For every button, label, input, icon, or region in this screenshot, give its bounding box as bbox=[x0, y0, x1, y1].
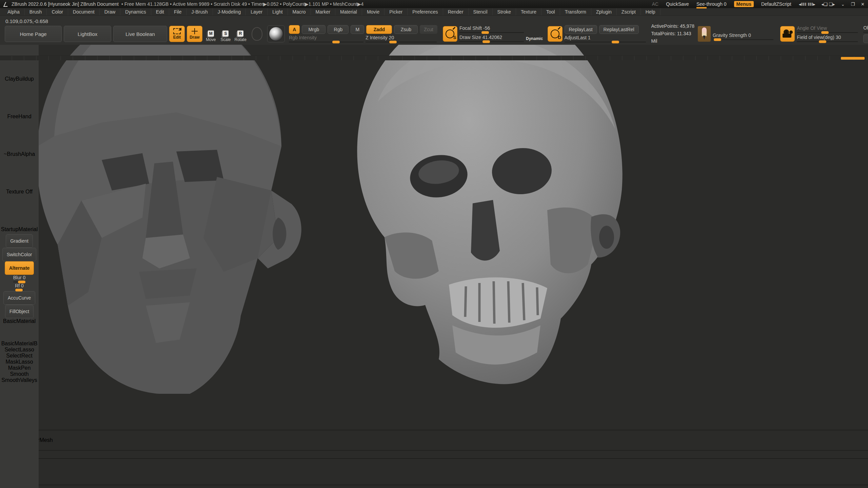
deep-shadow-button[interactable]: DeepShadow bbox=[863, 34, 868, 43]
draw-size-slider[interactable]: Draw Size 41.42062 bbox=[459, 35, 524, 43]
menu-item[interactable]: Stencil bbox=[469, 8, 493, 15]
rf-slider[interactable]: Rf 0 bbox=[15, 283, 24, 291]
menu-item[interactable]: Tool bbox=[541, 8, 560, 15]
m-button[interactable]: M bbox=[351, 25, 364, 34]
mask-pen-item[interactable]: MaskPen bbox=[8, 365, 31, 371]
menu-item[interactable]: Dynamics bbox=[120, 8, 151, 15]
menu-item[interactable]: Brush bbox=[25, 8, 47, 15]
restore-icon[interactable]: ❐ bbox=[851, 2, 855, 7]
adjust-last-slider[interactable]: AdjustLast 1 bbox=[565, 35, 646, 43]
menu-item[interactable]: Render bbox=[443, 8, 469, 15]
dynamic-label[interactable]: Dynamic bbox=[526, 36, 543, 41]
bottom-bar-button[interactable]: MidValue 0 bbox=[0, 423, 868, 431]
select-rect-item[interactable]: SelectRect bbox=[6, 353, 32, 359]
brush-selector[interactable]: ClayBuildup bbox=[4, 46, 35, 82]
menu-item[interactable]: J-Brush bbox=[187, 8, 213, 15]
material-well[interactable] bbox=[267, 25, 285, 42]
texture-selector[interactable]: Texture Off bbox=[4, 159, 35, 195]
menu-item[interactable]: Layer bbox=[246, 8, 268, 15]
close-icon[interactable]: ✕ bbox=[861, 2, 865, 7]
gradient-button[interactable]: Gradient bbox=[6, 234, 33, 248]
menu-item[interactable]: Color bbox=[47, 8, 68, 15]
alternate-button[interactable]: Alternate bbox=[5, 261, 34, 275]
default-zscript-button[interactable]: DefaultZScript bbox=[761, 1, 791, 7]
ui-slider-icon[interactable]: ◂‖‖‖ ‖‖‖▸ bbox=[799, 2, 815, 7]
menu-item[interactable]: Help bbox=[641, 8, 660, 15]
replay-last-rel-button[interactable]: ReplayLastRel bbox=[599, 25, 639, 34]
draw-button[interactable]: Draw bbox=[187, 26, 202, 42]
canvas-area[interactable]: Alt + Mouse left Alt + Mouse left Alt bbox=[0, 0, 868, 417]
shelf-tick-strip[interactable] bbox=[0, 56, 868, 60]
rgb-button[interactable]: Rgb bbox=[328, 25, 349, 34]
bottom-bar-button[interactable]: LazyStep 0.1 bbox=[0, 443, 868, 451]
select-lasso-item[interactable]: SelectLasso bbox=[4, 347, 34, 353]
bottom-bar-button[interactable]: Uv bbox=[0, 472, 868, 478]
menu-item[interactable]: Marker bbox=[311, 8, 336, 15]
focal-shift-slider[interactable]: Focal Shift -56 bbox=[459, 25, 524, 34]
menu-item[interactable]: Alpha bbox=[3, 8, 25, 15]
menu-item[interactable]: Zscript bbox=[617, 8, 641, 15]
camera-icon-button[interactable] bbox=[780, 26, 795, 42]
shelf-scroll-marker[interactable] bbox=[841, 57, 865, 60]
zsub-button[interactable]: Zsub bbox=[394, 25, 418, 34]
home-page-button[interactable]: Home Page bbox=[5, 26, 62, 42]
stroke-selector[interactable]: FreeHand bbox=[4, 84, 35, 120]
menu-item[interactable]: Movie bbox=[362, 8, 384, 15]
angle-of-view-slider[interactable]: Angle Of View bbox=[797, 25, 858, 34]
bottom-bar-button[interactable]: Del Lower bbox=[0, 486, 868, 488]
smooth-item[interactable]: Smooth bbox=[10, 371, 28, 377]
a-toggle-button[interactable]: A bbox=[289, 25, 300, 34]
lightbox-button[interactable]: LightBox bbox=[64, 26, 111, 42]
blur-slider[interactable]: Blur 0 bbox=[13, 275, 26, 283]
switch-color-button[interactable]: SwitchColor bbox=[2, 248, 37, 261]
polysphere-icon[interactable] bbox=[252, 27, 262, 41]
stroke-icon-button[interactable] bbox=[443, 26, 457, 42]
menu-item[interactable]: Zplugin bbox=[591, 8, 617, 15]
menu-item[interactable]: Edit bbox=[151, 8, 169, 15]
menu-item[interactable]: Transform bbox=[560, 8, 591, 15]
basic-material-item[interactable]: BasicMaterial bbox=[3, 318, 36, 324]
fill-object-button[interactable]: FillObject bbox=[5, 305, 34, 318]
replay-last-button[interactable]: ReplayLast bbox=[565, 25, 597, 34]
menus-toggle-button[interactable]: Menus bbox=[734, 1, 754, 7]
menu-item[interactable]: File bbox=[169, 8, 187, 15]
menu-item[interactable]: Material bbox=[335, 8, 362, 15]
bottom-bar-button[interactable]: Auto Mask FiberMesh bbox=[0, 437, 868, 443]
replay-icon-button[interactable] bbox=[548, 26, 562, 42]
bottom-bar-button[interactable]: Surface bbox=[0, 431, 868, 437]
bottom-bar-button[interactable]: Split Hidden bbox=[0, 460, 868, 466]
bottom-bar-button[interactable]: SDiv 1 bbox=[0, 478, 868, 486]
alpha-selector[interactable]: ~BrushAlpha bbox=[4, 121, 35, 157]
bottom-bar-button[interactable]: MergeDown bbox=[0, 466, 868, 472]
accucurve-button[interactable]: AccuCurve bbox=[3, 291, 35, 305]
bottom-bar-button[interactable]: LazyRadius 1 bbox=[0, 451, 868, 460]
see-through-slider[interactable]: See-through 0 bbox=[696, 1, 727, 7]
gravity-pencil-icon[interactable] bbox=[698, 26, 711, 42]
menu-item[interactable]: Preferences bbox=[408, 8, 443, 15]
material-selector[interactable]: StartupMaterial bbox=[4, 197, 35, 232]
mrgb-button[interactable]: Mrgb bbox=[302, 25, 326, 34]
menu-item[interactable]: Texture bbox=[516, 8, 541, 15]
menu-item[interactable]: Light bbox=[268, 8, 288, 15]
live-boolean-button[interactable]: Live Boolean bbox=[113, 26, 167, 42]
rgb-intensity-slider[interactable]: Rgb Intensity bbox=[289, 35, 363, 43]
menu-item[interactable]: Macro bbox=[288, 8, 311, 15]
menu-item[interactable]: Stroke bbox=[493, 8, 516, 15]
minimize-icon[interactable]: ⌄ bbox=[841, 2, 845, 7]
field-of-view-slider[interactable]: Field of view(deg) 30 bbox=[797, 35, 858, 43]
window-arrange-icon[interactable]: ◂❏ ❏▸ bbox=[822, 2, 835, 7]
move-button[interactable]: M Move bbox=[204, 26, 217, 42]
smooth-valleys-item[interactable]: SmoothValleys bbox=[1, 377, 37, 383]
quicksave-button[interactable]: QuickSave bbox=[666, 1, 689, 7]
zadd-button[interactable]: Zadd bbox=[366, 25, 392, 34]
scale-button[interactable]: S Scale bbox=[219, 26, 232, 42]
mask-lasso-item[interactable]: MaskLasso bbox=[6, 359, 33, 365]
menu-item[interactable]: Draw bbox=[100, 8, 121, 15]
menu-item[interactable]: Picker bbox=[384, 8, 408, 15]
zcut-button[interactable]: Zcut bbox=[420, 25, 437, 34]
rotate-button[interactable]: R Rotate bbox=[234, 26, 247, 42]
gravity-strength-slider[interactable]: Gravity Strength 0 bbox=[713, 33, 773, 41]
obj-shadow-slider[interactable]: ObjShadow 0.3 bbox=[863, 25, 868, 33]
menu-item[interactable]: Document bbox=[68, 8, 100, 15]
menu-item[interactable]: J-Modeling bbox=[213, 8, 246, 15]
